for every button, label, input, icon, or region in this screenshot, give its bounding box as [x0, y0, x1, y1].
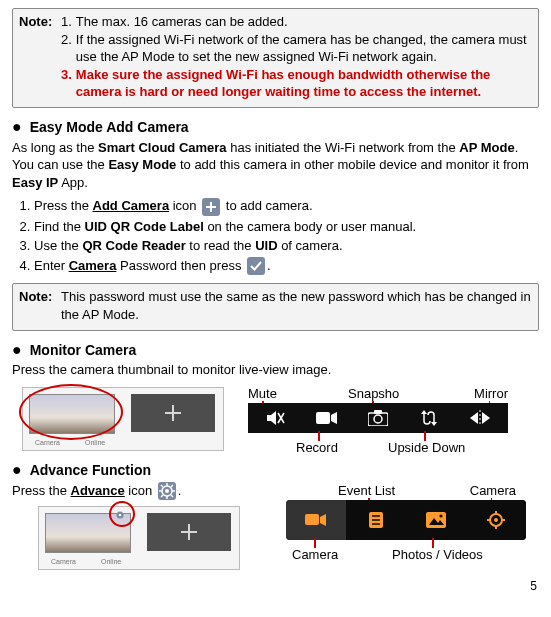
- section-advance-body: Press the Advance icon .: [12, 482, 272, 501]
- mute-button[interactable]: [250, 409, 301, 427]
- section-title: Advance Function: [30, 461, 151, 480]
- label-event-list: Event List: [338, 482, 395, 500]
- label-mirror: Mirror: [474, 385, 508, 403]
- note-box-setup: Note: 1. The max. 16 cameras can be adde…: [12, 8, 539, 108]
- t: QR Code Reader: [82, 238, 185, 253]
- svg-point-24: [119, 514, 122, 517]
- label-camera-list: Camera: [292, 546, 338, 564]
- note2-num: 2.: [61, 31, 76, 49]
- t: has initiated the Wi-Fi network from the: [227, 140, 460, 155]
- svg-point-14: [165, 489, 169, 493]
- bullet-icon: ●: [12, 462, 22, 478]
- svg-marker-4: [331, 412, 337, 424]
- plus-icon: [202, 198, 220, 216]
- record-button[interactable]: [301, 411, 352, 425]
- snapshot-button[interactable]: [352, 410, 403, 426]
- section-title: Monitor Camera: [30, 341, 137, 360]
- svg-rect-31: [426, 512, 446, 528]
- step-2: Find the UID QR Code Label on the camera…: [34, 218, 539, 236]
- step-1: Press the Add Camera icon to add camera.: [34, 197, 539, 216]
- note-text: This password must use the same as the n…: [61, 288, 532, 323]
- t: to add camera.: [222, 198, 312, 213]
- t: Enter: [34, 258, 69, 273]
- thumbnail-monitor: Camera Online: [22, 387, 224, 451]
- t: Find the: [34, 219, 85, 234]
- label-upside-down: Upside Down: [388, 439, 465, 457]
- note-box-password: Note: This password must use the same as…: [12, 283, 539, 330]
- svg-point-35: [494, 518, 498, 522]
- note-lead: Note:: [19, 288, 61, 306]
- section-easy-mode-head: ● Easy Mode Add Camera: [12, 118, 539, 137]
- t: of camera.: [278, 238, 343, 253]
- section-title: Easy Mode Add Camera: [30, 118, 189, 137]
- label-photos-videos: Photos / Videos: [392, 546, 483, 564]
- svg-rect-3: [316, 412, 330, 424]
- t: Press the: [34, 198, 93, 213]
- svg-line-22: [161, 495, 163, 497]
- t: Advance: [71, 483, 125, 498]
- t: .: [178, 483, 182, 498]
- add-camera-tile[interactable]: [147, 513, 231, 551]
- t: Easy Mode: [108, 157, 176, 172]
- t: Press the: [12, 483, 71, 498]
- svg-rect-6: [374, 410, 382, 414]
- label-camera-settings: Camera: [470, 482, 516, 500]
- check-icon: [247, 257, 265, 275]
- svg-marker-8: [421, 410, 427, 414]
- advance-toolbar-annotated: Event List Camera Camera Photos / Videos: [286, 482, 526, 558]
- label-record: Record: [296, 439, 338, 457]
- camera-thumbnail[interactable]: [29, 394, 115, 434]
- t: Smart Cloud Camera: [98, 140, 227, 155]
- t: As long as the: [12, 140, 98, 155]
- t: to read the: [186, 238, 255, 253]
- mirror-button[interactable]: [455, 410, 506, 426]
- svg-marker-10: [470, 412, 478, 424]
- advance-toolbar: [286, 500, 526, 540]
- bullet-icon: ●: [12, 342, 22, 358]
- label-snapshot: Snapsho: [348, 385, 399, 403]
- t: icon: [125, 483, 156, 498]
- t: Use the: [34, 238, 82, 253]
- svg-point-7: [374, 415, 382, 423]
- section-easy-mode-body: As long as the Smart Cloud Camera has in…: [12, 139, 539, 192]
- svg-marker-9: [431, 422, 437, 426]
- thumb-label: Camera: [51, 557, 76, 566]
- steps-easy-mode: Press the Add Camera icon to add camera.…: [12, 197, 539, 275]
- svg-marker-0: [267, 411, 276, 425]
- thumbnail-advance: Camera Online: [38, 506, 272, 570]
- svg-rect-25: [305, 514, 319, 525]
- section-advance-head: ● Advance Function: [12, 461, 539, 480]
- section-monitor-head: ● Monitor Camera: [12, 341, 539, 360]
- camera-list-button[interactable]: [286, 500, 346, 540]
- gear-overlay-icon[interactable]: [115, 507, 125, 517]
- svg-marker-11: [482, 412, 490, 424]
- svg-line-21: [171, 485, 173, 487]
- upside-down-button[interactable]: [404, 409, 455, 427]
- note1-num: 1.: [61, 13, 76, 31]
- note2-text: If the assigned Wi-Fi network of the cam…: [76, 31, 532, 66]
- event-list-button[interactable]: [346, 500, 406, 540]
- thumb-label: Online: [101, 557, 121, 566]
- note3-num: 3.: [61, 66, 76, 84]
- step-3: Use the QR Code Reader to read the UID o…: [34, 237, 539, 255]
- t: UID QR Code Label: [85, 219, 204, 234]
- add-camera-tile[interactable]: [131, 394, 215, 432]
- photos-videos-button[interactable]: [406, 500, 466, 540]
- gear-icon: [158, 482, 176, 500]
- svg-point-33: [439, 514, 442, 517]
- page-number: 5: [530, 578, 537, 594]
- t: App.: [58, 175, 88, 190]
- step-4: Enter Camera Password then press .: [34, 257, 539, 276]
- t: to add this camera in other mobile devic…: [176, 157, 529, 172]
- camera-settings-button[interactable]: [466, 500, 526, 540]
- note3-text: Make sure the assigned Wi-Fi has enough …: [76, 66, 532, 101]
- t: UID: [255, 238, 277, 253]
- monitor-toolbar: [248, 403, 508, 433]
- t: .: [267, 258, 271, 273]
- t: AP Mode: [459, 140, 514, 155]
- t: Easy IP: [12, 175, 58, 190]
- thumb-label: Camera: [35, 438, 60, 447]
- t: on the camera body or user manual.: [204, 219, 416, 234]
- t: icon: [169, 198, 200, 213]
- t: Password then press: [116, 258, 245, 273]
